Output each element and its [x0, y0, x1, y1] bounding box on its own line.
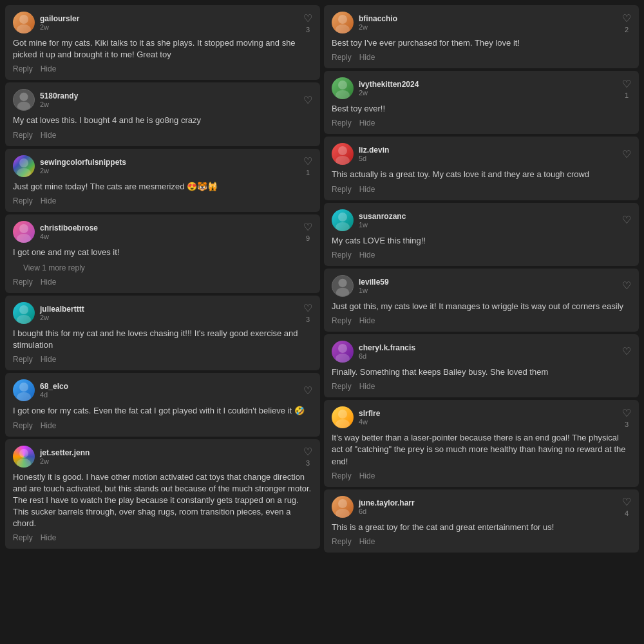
reply-button[interactable]: Reply	[332, 185, 352, 194]
username[interactable]: sewingcolorfulsnippets	[40, 158, 126, 167]
heart-icon[interactable]: ♡	[622, 148, 631, 160]
timestamp: 4w	[359, 418, 380, 426]
username[interactable]: liz.devin	[359, 146, 389, 155]
timestamp: 2w	[359, 23, 397, 31]
username[interactable]: bfinacchio	[359, 14, 397, 23]
hide-button[interactable]: Hide	[359, 118, 375, 128]
comment-header: cheryl.k.francis6d♡	[332, 341, 631, 363]
heart-icon[interactable]: ♡	[303, 446, 312, 458]
username[interactable]: 5180randy	[40, 91, 78, 100]
comment-card: cheryl.k.francis6d♡Finally. Something th…	[324, 334, 639, 397]
view-more-replies[interactable]: View 1 more reply	[13, 262, 312, 274]
comment-header-left: christiboebrose4w	[13, 221, 98, 243]
user-info: june.taylor.harr6d	[359, 498, 415, 515]
comment-header-left: slrflre4w	[332, 406, 380, 428]
reply-button[interactable]: Reply	[332, 537, 352, 546]
reply-button[interactable]: Reply	[13, 131, 33, 140]
reply-button[interactable]: Reply	[13, 278, 33, 287]
user-info: jet.setter.jenn2w	[40, 448, 90, 465]
hide-button[interactable]: Hide	[41, 533, 57, 542]
like-section: ♡4	[622, 496, 631, 517]
timestamp: 2w	[40, 314, 84, 321]
like-section: ♡	[622, 148, 631, 160]
username[interactable]: gailoursler	[40, 14, 79, 23]
heart-icon[interactable]: ♡	[622, 345, 631, 357]
like-section: ♡9	[303, 221, 312, 242]
hide-button[interactable]: Hide	[359, 185, 375, 194]
avatar	[13, 12, 35, 33]
reply-button[interactable]: Reply	[13, 421, 33, 430]
hide-button[interactable]: Hide	[359, 382, 375, 391]
heart-icon[interactable]: ♡	[622, 12, 631, 24]
comment-actions: ReplyHide	[332, 118, 631, 128]
heart-icon[interactable]: ♡	[622, 214, 631, 226]
timestamp: 2w	[40, 100, 78, 108]
comment-actions: ReplyHide	[332, 316, 631, 325]
reply-button[interactable]: Reply	[332, 118, 352, 128]
comment-header-left: 68_elco4d	[13, 379, 68, 401]
reply-button[interactable]: Reply	[332, 251, 352, 260]
avatar	[332, 341, 354, 363]
heart-icon[interactable]: ♡	[303, 12, 312, 24]
heart-icon[interactable]: ♡	[303, 94, 312, 106]
avatar	[332, 275, 354, 297]
comment-header-left: juliealbertttt2w	[13, 302, 84, 324]
username[interactable]: leville59	[359, 278, 389, 287]
heart-icon[interactable]: ♡	[622, 407, 631, 419]
username[interactable]: jet.setter.jenn	[40, 448, 90, 457]
hide-button[interactable]: Hide	[41, 131, 57, 140]
timestamp: 2w	[40, 457, 90, 465]
username[interactable]: slrflre	[359, 409, 380, 418]
heart-icon[interactable]: ♡	[622, 279, 631, 292]
hide-button[interactable]: Hide	[359, 316, 375, 325]
hide-button[interactable]: Hide	[41, 355, 57, 364]
reply-button[interactable]: Reply	[332, 316, 352, 325]
like-section: ♡	[303, 384, 312, 397]
hide-button[interactable]: Hide	[359, 53, 375, 62]
comment-actions: ReplyHide	[332, 382, 631, 391]
comment-header: gailoursler2w♡3	[13, 12, 312, 33]
reply-button[interactable]: Reply	[332, 53, 352, 62]
reply-button[interactable]: Reply	[13, 355, 33, 364]
comment-header: 5180randy2w♡	[13, 89, 312, 111]
comment-text: Best toy ever!!	[332, 103, 631, 115]
hide-button[interactable]: Hide	[41, 421, 57, 430]
svg-point-6	[19, 224, 28, 233]
reply-button[interactable]: Reply	[332, 471, 352, 480]
hide-button[interactable]: Hide	[359, 251, 375, 260]
username[interactable]: juliealbertttt	[40, 305, 84, 314]
svg-point-25	[336, 354, 350, 363]
username[interactable]: ivythekitten2024	[359, 80, 419, 89]
hide-button[interactable]: Hide	[41, 278, 57, 287]
username[interactable]: susanrozanc	[359, 212, 406, 221]
hide-button[interactable]: Hide	[359, 471, 375, 480]
avatar	[13, 379, 35, 401]
heart-icon[interactable]: ♡	[622, 78, 631, 90]
hide-button[interactable]: Hide	[359, 537, 375, 546]
svg-point-15	[336, 24, 350, 33]
username[interactable]: christiboebrose	[40, 223, 98, 232]
comment-card: june.taylor.harr6d♡4This is a great toy …	[324, 489, 639, 553]
username[interactable]: june.taylor.harr	[359, 498, 415, 507]
heart-icon[interactable]: ♡	[303, 155, 312, 167]
heart-icon[interactable]: ♡	[303, 221, 312, 233]
reply-button[interactable]: Reply	[332, 382, 352, 391]
hide-button[interactable]: Hide	[41, 64, 57, 73]
heart-icon[interactable]: ♡	[303, 302, 312, 314]
comment-header: leville591w♡	[332, 275, 631, 297]
svg-point-10	[19, 383, 28, 392]
hide-button[interactable]: Hide	[41, 196, 57, 205]
heart-icon[interactable]: ♡	[303, 384, 312, 397]
reply-button[interactable]: Reply	[13, 196, 33, 205]
svg-point-8	[19, 305, 28, 314]
like-count: 4	[625, 509, 629, 517]
username[interactable]: cheryl.k.francis	[359, 343, 415, 352]
svg-point-16	[338, 80, 347, 90]
heart-icon[interactable]: ♡	[622, 496, 631, 508]
reply-button[interactable]: Reply	[13, 64, 33, 73]
svg-point-26	[338, 410, 347, 419]
reply-button[interactable]: Reply	[13, 533, 33, 542]
comment-text: It's way better than a laser-pointer bec…	[332, 432, 631, 468]
svg-point-27	[336, 419, 350, 428]
username[interactable]: 68_elco	[40, 382, 68, 391]
